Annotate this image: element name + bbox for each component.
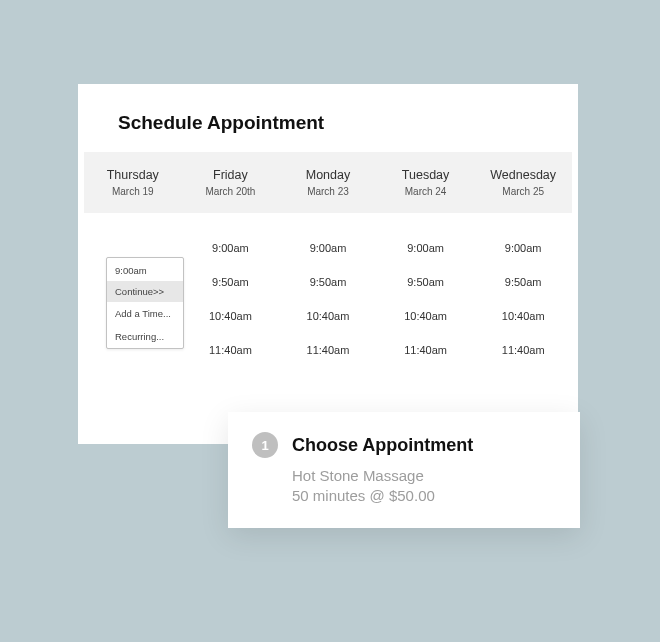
time-slot[interactable]: 11:40am [377, 333, 475, 367]
time-slot[interactable]: 9:50am [182, 265, 280, 299]
continue-button[interactable]: Continue>> [107, 281, 183, 302]
popover-selected-time: 9:00am [107, 258, 183, 281]
schedule-title: Schedule Appointment [78, 84, 578, 152]
appointment-card: 1 Choose Appointment Hot Stone Massage 5… [228, 412, 580, 528]
days-header: Thursday March 19 Friday March 20th Mond… [84, 152, 572, 213]
recurring-button[interactable]: Recurring... [107, 325, 183, 348]
time-slot[interactable]: 11:40am [182, 333, 280, 367]
day-name: Friday [182, 168, 280, 182]
day-column[interactable]: Thursday March 19 [84, 168, 182, 197]
time-slot[interactable]: 11:40am [279, 333, 377, 367]
step-badge: 1 [252, 432, 278, 458]
day-date: March 19 [84, 186, 182, 197]
time-column: 9:00am 9:50am 10:40am 11:40am [182, 231, 280, 367]
appointment-details: 50 minutes @ $50.00 [292, 486, 556, 506]
add-time-button[interactable]: Add a Time... [107, 302, 183, 325]
time-slot[interactable]: 9:00am [279, 231, 377, 265]
time-slot[interactable]: 9:50am [279, 265, 377, 299]
appointment-title: Choose Appointment [292, 435, 473, 456]
appointment-summary: Hot Stone Massage 50 minutes @ $50.00 [292, 466, 556, 507]
time-slot[interactable]: 10:40am [279, 299, 377, 333]
time-slot[interactable]: 10:40am [377, 299, 475, 333]
appointment-header: 1 Choose Appointment [252, 432, 556, 458]
time-slot[interactable]: 11:40am [474, 333, 572, 367]
time-slot[interactable]: 10:40am [474, 299, 572, 333]
time-slot[interactable]: 9:50am [377, 265, 475, 299]
day-column[interactable]: Friday March 20th [182, 168, 280, 197]
day-date: March 20th [182, 186, 280, 197]
time-slot[interactable]: 9:00am [377, 231, 475, 265]
day-name: Thursday [84, 168, 182, 182]
day-name: Tuesday [377, 168, 475, 182]
time-column: 9:00am 9:50am 10:40am 11:40am [279, 231, 377, 367]
time-slot[interactable]: 10:40am [182, 299, 280, 333]
time-column: 9:00am 9:50am 10:40am 11:40am [474, 231, 572, 367]
day-date: March 25 [474, 186, 572, 197]
time-slot[interactable]: 9:00am [182, 231, 280, 265]
day-column[interactable]: Tuesday March 24 [377, 168, 475, 197]
day-date: March 24 [377, 186, 475, 197]
time-column: 9:00am 9:50am 10:40am 11:40am [377, 231, 475, 367]
timeslot-popover: 9:00am Continue>> Add a Time... Recurrin… [106, 257, 184, 349]
time-slot[interactable]: 9:00am [474, 231, 572, 265]
day-name: Wednesday [474, 168, 572, 182]
day-date: March 23 [279, 186, 377, 197]
day-column[interactable]: Monday March 23 [279, 168, 377, 197]
day-name: Monday [279, 168, 377, 182]
day-column[interactable]: Wednesday March 25 [474, 168, 572, 197]
appointment-service: Hot Stone Massage [292, 466, 556, 486]
time-slot[interactable]: 9:50am [474, 265, 572, 299]
